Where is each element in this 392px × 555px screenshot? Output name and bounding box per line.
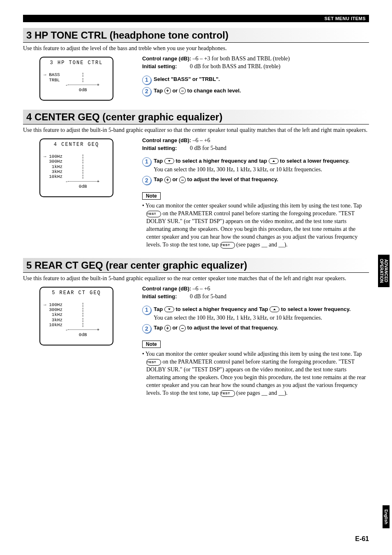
lcd-title: 4 CENTER GEQ <box>44 142 109 147</box>
spec-init: Initial setting: 0 dB for 5-band <box>142 293 369 301</box>
up-arrow-icon <box>269 158 279 164</box>
plus-icon: + <box>164 177 171 183</box>
note-label: Note <box>142 341 161 348</box>
step-number-icon: 2 <box>142 176 151 185</box>
step-1: 1 Tap to select a higher frequency and T… <box>142 306 369 322</box>
note-label: Note <box>142 192 161 200</box>
step-number-icon: 1 <box>142 306 151 315</box>
spec-range: Control range (dB): –6 – +6 <box>142 285 369 293</box>
down-arrow-icon <box>164 158 174 164</box>
step-2: 2 Tap + or – to adjust the level of that… <box>142 176 369 185</box>
plus-icon: + <box>164 88 171 94</box>
test-button-icon: TEST <box>146 359 161 366</box>
down-arrow-icon <box>164 306 174 312</box>
lcd-title: 3 HP TONE CTRL <box>44 60 109 66</box>
section-title-4: 4 CENTER GEQ (center graphic equalizer) <box>23 110 369 124</box>
test-button-icon: TEST <box>220 242 235 249</box>
section-intro-3: Use this feature to adjust the level of … <box>23 45 369 52</box>
step-number-icon: 2 <box>142 324 151 333</box>
note-text: • You can monitor the center speaker sou… <box>142 202 369 249</box>
plus-icon: + <box>164 325 171 332</box>
spec-range: Control range (dB): –6 – +3 for both BAS… <box>142 55 369 63</box>
step-number-icon: 1 <box>142 76 151 85</box>
up-arrow-icon <box>270 306 279 312</box>
minus-icon: – <box>179 177 186 183</box>
page-number: E-61 <box>355 535 369 543</box>
note-text: • You can monitor the center speaker sou… <box>142 350 369 397</box>
minus-icon: – <box>179 88 186 94</box>
step-number-icon: 2 <box>142 87 151 96</box>
spec-init: Initial setting: 0 dB for both BASS and … <box>142 63 369 71</box>
section-intro-4: Use this feature to adjust the built-in … <box>23 127 369 134</box>
lcd-display-5: 5 REAR CT GEQ → 100Hz ¦ 300Hz ¦ 1kHz ¦ 3… <box>39 287 113 345</box>
header-bar: SET MENU ITEMS <box>23 15 369 22</box>
side-tab-language: English <box>383 505 390 528</box>
step-1: 1 Tap to select a higher frequency and t… <box>142 157 369 174</box>
step-2: 2 Tap + or – to change each level. <box>142 87 369 96</box>
test-button-icon: TEST <box>220 390 235 397</box>
spec-range: Control range (dB): –6 – +6 <box>142 137 369 145</box>
spec-init: Initial setting: 0 dB for 5-band <box>142 145 369 152</box>
lcd-display-3: 3 HP TONE CTRL → BASS ¦ TRBL ¦ -+ 0dB <box>39 57 113 101</box>
lcd-title: 5 REAR CT GEQ <box>44 290 109 296</box>
test-button-icon: TEST <box>146 211 161 217</box>
breadcrumb: SET MENU ITEMS <box>324 16 366 21</box>
lcd-display-4: 4 CENTER GEQ → 100Hz ¦ 300Hz ¦ 1kHz ¦ 3k… <box>39 138 113 197</box>
step-2: 2 Tap + or – to adjust the level of that… <box>142 324 369 333</box>
section-title-5: 5 REAR CT GEQ (rear center graphic equal… <box>23 258 369 273</box>
section-title-3: 3 HP TONE CTRL (headphone tone control) <box>23 28 369 43</box>
section-intro-5: Use this feature to adjust the built-in … <box>23 275 369 282</box>
minus-icon: – <box>179 325 186 332</box>
side-tab-advanced: ADVANCEDOPERATION <box>378 255 390 287</box>
step-1: 1 Select "BASS" or "TRBL". <box>142 76 369 85</box>
step-number-icon: 1 <box>142 157 151 166</box>
